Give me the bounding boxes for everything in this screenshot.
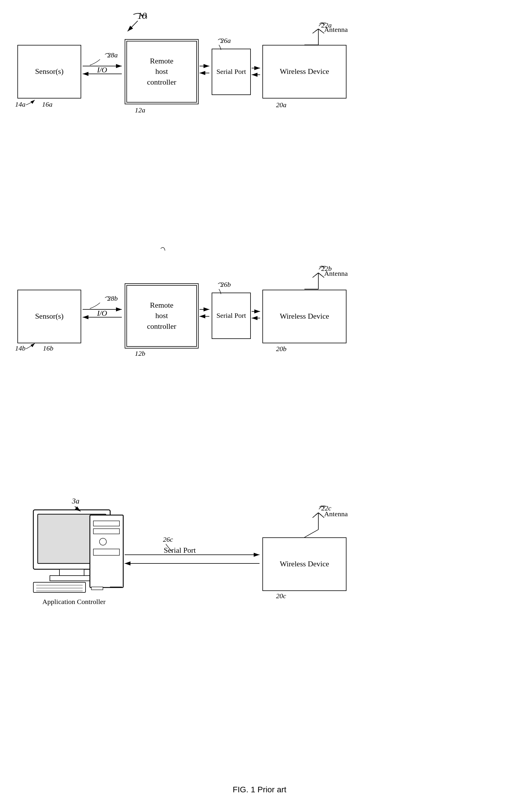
svg-line-15 xyxy=(312,29,318,33)
svg-text:Antenna: Antenna xyxy=(324,510,348,518)
svg-text:22a: 22a xyxy=(321,22,332,29)
svg-line-4 xyxy=(128,21,138,31)
svg-text:12b: 12b xyxy=(135,350,145,357)
diagram-svg: 10 I/O 28a 26a 22a xyxy=(0,0,519,812)
serial-label-2: Serial Port xyxy=(217,311,246,321)
controller-box-2: Remotehostcontroller xyxy=(125,283,199,348)
diagram-container: Sensor(s) Remotehostcontroller Serial Po… xyxy=(0,0,519,812)
svg-text:22c: 22c xyxy=(321,504,331,512)
svg-text:I/O: I/O xyxy=(97,66,107,74)
svg-rect-49 xyxy=(59,569,84,576)
wireless-label-2: Wireless Device xyxy=(280,311,329,322)
svg-rect-50 xyxy=(50,576,93,581)
svg-text:28b: 28b xyxy=(107,295,118,302)
svg-text:26b: 26b xyxy=(220,281,231,288)
wireless-box-1: Wireless Device xyxy=(263,45,347,98)
svg-rect-48 xyxy=(38,514,106,563)
svg-line-39 xyxy=(318,273,321,275)
svg-line-18 xyxy=(318,29,321,31)
svg-text:20c: 20c xyxy=(276,592,286,600)
fig-caption: FIG. 1 Prior art xyxy=(0,785,519,794)
serial-box-2: Serial Port xyxy=(212,293,251,339)
svg-rect-51 xyxy=(90,515,123,587)
svg-text:10: 10 xyxy=(137,10,147,21)
svg-text:12a: 12a xyxy=(135,106,145,114)
svg-text:20a: 20a xyxy=(276,101,286,109)
wireless-label-1: Wireless Device xyxy=(280,66,329,77)
svg-line-38 xyxy=(318,273,324,278)
controller-label-1: Remotehostcontroller xyxy=(147,56,176,87)
wireless-box-3: Wireless Device xyxy=(263,538,347,591)
sensor-box-2: Sensor(s) xyxy=(18,290,81,343)
wireless-label-3: Wireless Device xyxy=(280,559,329,569)
svg-line-17 xyxy=(318,29,324,33)
svg-line-36 xyxy=(312,273,318,278)
sensor-box-1: Sensor(s) xyxy=(18,45,81,98)
svg-text:Serial Port: Serial Port xyxy=(164,546,196,554)
sensor-label-2: Sensor(s) xyxy=(35,311,63,322)
svg-line-70 xyxy=(316,513,318,515)
controller-label-2: Remotehostcontroller xyxy=(147,300,176,332)
svg-rect-58 xyxy=(33,582,85,592)
svg-text:16a: 16a xyxy=(42,100,53,108)
svg-rect-53 xyxy=(93,529,119,534)
svg-text:3a: 3a xyxy=(72,497,79,505)
serial-label-1: Serial Port xyxy=(217,67,246,77)
svg-line-72 xyxy=(318,513,321,515)
sensor-label-1: Sensor(s) xyxy=(35,66,63,77)
svg-text:Application Controller: Application Controller xyxy=(42,598,106,605)
svg-text:14b: 14b xyxy=(15,344,26,352)
svg-rect-47 xyxy=(33,510,110,569)
svg-text:20b: 20b xyxy=(276,345,286,352)
svg-text:26a: 26a xyxy=(220,37,231,44)
svg-text:16b: 16b xyxy=(43,344,53,352)
svg-point-54 xyxy=(100,538,106,545)
svg-text:22b: 22b xyxy=(321,265,332,272)
svg-line-37 xyxy=(316,273,318,275)
serial-box-1: Serial Port xyxy=(212,49,251,95)
wireless-box-2: Wireless Device xyxy=(263,290,347,343)
svg-rect-57 xyxy=(110,587,122,587)
svg-text:26c: 26c xyxy=(163,535,173,543)
svg-text:Antenna: Antenna xyxy=(324,26,348,33)
svg-line-74 xyxy=(304,529,318,538)
svg-line-69 xyxy=(312,513,318,518)
svg-text:14a: 14a xyxy=(15,100,26,108)
svg-line-16 xyxy=(316,29,318,31)
svg-rect-56 xyxy=(91,587,103,590)
svg-line-71 xyxy=(318,513,324,518)
svg-text:I/O: I/O xyxy=(97,309,107,318)
svg-rect-52 xyxy=(93,521,119,526)
svg-rect-55 xyxy=(93,549,119,555)
svg-text:Antenna: Antenna xyxy=(324,270,348,277)
controller-box-1: Remotehostcontroller xyxy=(125,39,199,104)
svg-text:28a: 28a xyxy=(107,51,118,59)
